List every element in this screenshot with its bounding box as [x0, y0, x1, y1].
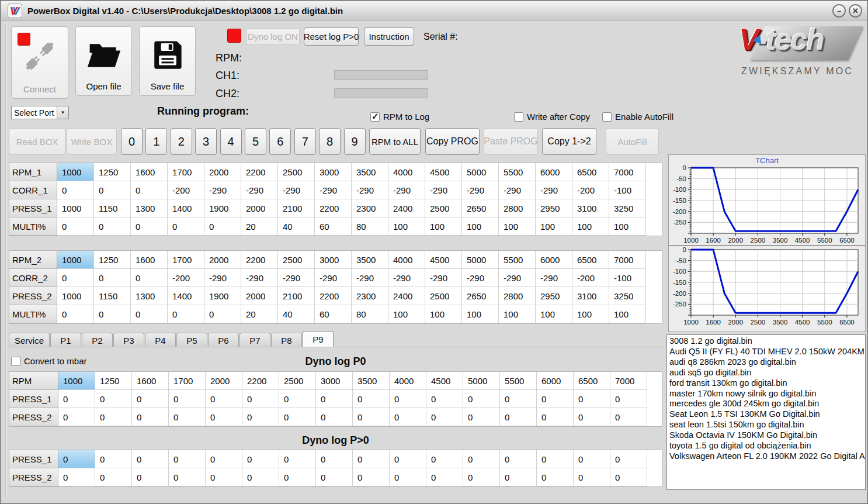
table-cell[interactable]: -290 [278, 269, 315, 287]
table-cell[interactable]: -200 [168, 269, 204, 287]
table-cell[interactable]: -290 [536, 269, 572, 287]
table-cell[interactable]: 0 [316, 408, 353, 426]
table-cell[interactable]: 2000 [241, 287, 278, 305]
table-cell[interactable]: 2100 [278, 199, 315, 218]
table-cell[interactable]: 0 [500, 408, 537, 426]
table-cell[interactable]: 1000 [57, 163, 94, 181]
table-cell[interactable]: 7000 [609, 251, 646, 269]
table-cell[interactable]: 6000 [536, 163, 572, 181]
table-cell[interactable]: 0 [500, 450, 537, 468]
table-cell[interactable]: -200 [572, 181, 609, 199]
tab-p9[interactable]: P9 [303, 331, 334, 347]
table-cell[interactable]: -290 [499, 181, 536, 199]
table-cell[interactable]: 0 [390, 450, 426, 468]
table-cell[interactable]: 0 [132, 468, 169, 486]
table-cell[interactable]: -100 [609, 181, 646, 199]
write-box-button[interactable]: Write BOX [67, 128, 117, 155]
table-cell[interactable]: 0 [610, 468, 647, 486]
table-cell[interactable]: 1000 [58, 372, 95, 390]
table-cell[interactable]: 0 [537, 390, 574, 408]
save-file-button[interactable]: Save file [139, 26, 196, 96]
table-cell[interactable]: 2950 [536, 199, 572, 218]
table-cell[interactable]: -290 [462, 181, 499, 199]
table-cell[interactable]: 100 [536, 305, 572, 323]
table-cell[interactable]: -290 [499, 269, 536, 287]
table-cell[interactable]: 5000 [463, 372, 500, 390]
table-cell[interactable]: 6500 [572, 251, 609, 269]
table-cell[interactable]: 1300 [131, 199, 168, 218]
table-cell[interactable]: 0 [316, 450, 353, 468]
table-cell[interactable]: 0 [537, 408, 574, 426]
table-cell[interactable]: 5500 [499, 251, 536, 269]
table-cell[interactable]: 0 [353, 390, 390, 408]
table-cell[interactable]: 3250 [609, 287, 646, 305]
file-list-item[interactable]: master 170km nowy silnik go digital.bin [669, 389, 865, 399]
table-cell[interactable]: -290 [315, 181, 352, 199]
table-cell[interactable]: 0 [574, 468, 610, 486]
table-cell[interactable]: 3000 [315, 251, 352, 269]
table-cell[interactable]: -200 [168, 181, 204, 199]
table-cell[interactable]: 0 [95, 468, 132, 486]
table-cell[interactable]: 3100 [572, 199, 609, 218]
file-list-item[interactable]: toyota 1.5 go digital od obciążenia.bin [669, 441, 865, 451]
tab-p7[interactable]: P7 [239, 333, 270, 347]
select-port-combobox[interactable]: Select Port ▼ [11, 106, 69, 119]
table-cell[interactable]: 2100 [278, 287, 315, 305]
table-cell[interactable]: 1250 [95, 372, 132, 390]
table-cell[interactable]: 100 [388, 305, 425, 323]
file-list-item[interactable]: seat leon 1.5tsi 150km go digital.bin [669, 420, 865, 430]
table-cell[interactable]: 0 [500, 468, 537, 486]
table-cell[interactable]: 2500 [278, 163, 315, 181]
table-cell[interactable]: 100 [609, 305, 646, 323]
table-cell[interactable]: 2200 [315, 199, 352, 218]
digit-button-8[interactable]: 8 [319, 128, 341, 155]
table-cell[interactable]: 0 [57, 218, 94, 236]
table-cell[interactable]: 4500 [425, 163, 462, 181]
table-cell[interactable]: 2800 [499, 287, 536, 305]
table-cell[interactable]: 0 [132, 390, 169, 408]
table-cell[interactable]: 0 [94, 218, 131, 236]
table-cell[interactable]: 2500 [279, 372, 316, 390]
table-cell[interactable]: -290 [388, 181, 425, 199]
table-cell[interactable]: 1600 [131, 251, 168, 269]
table-cell[interactable]: 0 [206, 450, 242, 468]
digit-button-7[interactable]: 7 [294, 128, 316, 155]
table-cell[interactable]: 5500 [499, 163, 536, 181]
table-cell[interactable]: 0 [58, 390, 95, 408]
paste-prog-button[interactable]: Paste PROG [484, 128, 538, 155]
table-cell[interactable]: 2400 [388, 199, 425, 218]
table-cell[interactable]: 0 [131, 269, 168, 287]
table-cell[interactable]: -290 [425, 181, 462, 199]
instruction-button[interactable]: Instruction [364, 27, 414, 46]
table-cell[interactable]: 100 [425, 218, 462, 236]
table-cell[interactable]: -100 [609, 269, 646, 287]
close-button[interactable]: ✕ [849, 4, 862, 18]
table-cell[interactable]: 40 [278, 218, 315, 236]
table-cell[interactable]: 0 [206, 390, 242, 408]
table-cell[interactable]: 0 [463, 408, 500, 426]
table-cell[interactable]: 1300 [131, 287, 168, 305]
table-cell[interactable]: 6000 [536, 251, 572, 269]
table-cell[interactable]: 100 [388, 218, 425, 236]
table-cell[interactable]: 0 [574, 390, 610, 408]
table-cell[interactable]: 0 [57, 181, 94, 199]
table-cell[interactable]: 0 [390, 390, 426, 408]
table-cell[interactable]: 0 [242, 450, 279, 468]
table-cell[interactable]: 0 [574, 450, 610, 468]
table-cell[interactable]: 7000 [610, 372, 647, 390]
table-cell[interactable]: 0 [353, 468, 390, 486]
table-cell[interactable]: 2200 [241, 163, 278, 181]
table-cell[interactable]: 40 [278, 305, 315, 323]
table-cell[interactable]: 0 [463, 390, 500, 408]
autofill-button[interactable]: AutoFill [606, 128, 659, 155]
table-cell[interactable]: 100 [536, 218, 572, 236]
table-cell[interactable]: 100 [499, 218, 536, 236]
table-cell[interactable]: -290 [536, 181, 572, 199]
file-list-item[interactable]: ford transit 130km go digital.bin [669, 378, 865, 389]
table-cell[interactable]: 3250 [609, 199, 646, 218]
table-cell[interactable]: -290 [241, 269, 278, 287]
table-cell[interactable]: 0 [95, 408, 132, 426]
table-cell[interactable]: 0 [57, 269, 94, 287]
tab-p5[interactable]: P5 [176, 333, 207, 347]
table-cell[interactable]: 0 [169, 390, 206, 408]
